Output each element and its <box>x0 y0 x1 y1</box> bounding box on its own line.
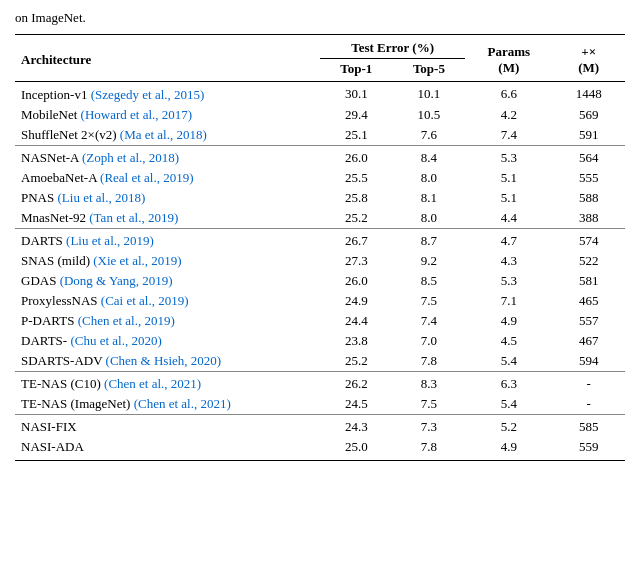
top5-cell: 8.0 <box>393 208 466 229</box>
params-cell: 4.9 <box>465 311 552 331</box>
table-row: GDAS (Dong & Yang, 2019)26.08.55.3581 <box>15 271 625 291</box>
top1-cell: 25.2 <box>320 351 393 372</box>
top5-cell: 7.8 <box>393 437 466 461</box>
table-row: P-DARTS (Chen et al., 2019)24.47.44.9557 <box>15 311 625 331</box>
mult-cell: 388 <box>552 208 625 229</box>
params-cell: 4.3 <box>465 251 552 271</box>
params-cell: 5.2 <box>465 415 552 438</box>
top5-cell: 10.1 <box>393 82 466 106</box>
table-row: SDARTS-ADV (Chen & Hsieh, 2020)25.27.85.… <box>15 351 625 372</box>
params-cell: 4.2 <box>465 105 552 125</box>
citation: (Chen et al., 2019) <box>78 313 175 328</box>
top1-cell: 26.0 <box>320 271 393 291</box>
mult-cell: 1448 <box>552 82 625 106</box>
citation: (Chen & Hsieh, 2020) <box>106 353 222 368</box>
mult-cell: - <box>552 394 625 415</box>
arch-cell: SDARTS-ADV (Chen & Hsieh, 2020) <box>15 351 320 372</box>
top5-cell: 7.5 <box>393 291 466 311</box>
params-cell: 5.1 <box>465 188 552 208</box>
arch-cell: NASI-FIX <box>15 415 320 438</box>
params-cell: 7.4 <box>465 125 552 146</box>
top5-cell: 7.5 <box>393 394 466 415</box>
arch-cell: P-DARTS (Chen et al., 2019) <box>15 311 320 331</box>
intro-text: on ImageNet. <box>15 10 625 26</box>
params-cell: 7.1 <box>465 291 552 311</box>
citation: (Chu et al., 2020) <box>70 333 161 348</box>
top5-cell: 10.5 <box>393 105 466 125</box>
test-error-header: Test Error (%) <box>320 35 465 59</box>
table-header-row-1: Architecture Test Error (%) Params(M) +×… <box>15 35 625 59</box>
top1-cell: 26.7 <box>320 229 393 252</box>
params-header: Params(M) <box>465 35 552 82</box>
arch-cell: DARTS (Liu et al., 2019) <box>15 229 320 252</box>
top1-cell: 23.8 <box>320 331 393 351</box>
table-row: NASI-ADA25.07.84.9559 <box>15 437 625 461</box>
params-cell: 4.4 <box>465 208 552 229</box>
top5-cell: 7.8 <box>393 351 466 372</box>
top5-cell: 8.7 <box>393 229 466 252</box>
top1-cell: 29.4 <box>320 105 393 125</box>
params-cell: 4.5 <box>465 331 552 351</box>
top5-cell: 8.5 <box>393 271 466 291</box>
table-row: NASNet-A (Zoph et al., 2018)26.08.45.356… <box>15 146 625 169</box>
mult-cell: 559 <box>552 437 625 461</box>
top5-cell: 7.4 <box>393 311 466 331</box>
table-row: ProxylessNAS (Cai et al., 2019)24.97.57.… <box>15 291 625 311</box>
arch-cell: AmoebaNet-A (Real et al., 2019) <box>15 168 320 188</box>
arch-cell: Inception-v1 (Szegedy et al., 2015) <box>15 82 320 106</box>
mult-cell: 574 <box>552 229 625 252</box>
table-row: Inception-v1 (Szegedy et al., 2015)30.11… <box>15 82 625 106</box>
table-row: MobileNet (Howard et al., 2017)29.410.54… <box>15 105 625 125</box>
arch-cell: NASNet-A (Zoph et al., 2018) <box>15 146 320 169</box>
table-row: PNAS (Liu et al., 2018)25.88.15.1588 <box>15 188 625 208</box>
arch-cell: TE-NAS (C10) (Chen et al., 2021) <box>15 372 320 395</box>
params-cell: 5.3 <box>465 271 552 291</box>
top1-cell: 24.3 <box>320 415 393 438</box>
mult-cell: 555 <box>552 168 625 188</box>
arch-cell: DARTS- (Chu et al., 2020) <box>15 331 320 351</box>
arch-cell: GDAS (Dong & Yang, 2019) <box>15 271 320 291</box>
arch-cell: ShuffleNet 2×(v2) (Ma et al., 2018) <box>15 125 320 146</box>
params-cell: 6.3 <box>465 372 552 395</box>
arch-cell: MobileNet (Howard et al., 2017) <box>15 105 320 125</box>
top1-cell: 27.3 <box>320 251 393 271</box>
table-row: TE-NAS (C10) (Chen et al., 2021)26.28.36… <box>15 372 625 395</box>
results-table: Architecture Test Error (%) Params(M) +×… <box>15 34 625 461</box>
table-body: Inception-v1 (Szegedy et al., 2015)30.11… <box>15 82 625 461</box>
params-cell: 5.4 <box>465 351 552 372</box>
arch-cell: PNAS (Liu et al., 2018) <box>15 188 320 208</box>
table-row: AmoebaNet-A (Real et al., 2019)25.58.05.… <box>15 168 625 188</box>
top1-cell: 24.4 <box>320 311 393 331</box>
top1-cell: 25.1 <box>320 125 393 146</box>
top1-cell: 25.0 <box>320 437 393 461</box>
citation: (Szegedy et al., 2015) <box>91 87 205 102</box>
top1-cell: 30.1 <box>320 82 393 106</box>
params-cell: 6.6 <box>465 82 552 106</box>
arch-cell: NASI-ADA <box>15 437 320 461</box>
mult-cell: 581 <box>552 271 625 291</box>
table-row: DARTS (Liu et al., 2019)26.78.74.7574 <box>15 229 625 252</box>
params-cell: 5.4 <box>465 394 552 415</box>
params-cell: 5.3 <box>465 146 552 169</box>
top1-cell: 25.8 <box>320 188 393 208</box>
table-row: NASI-FIX24.37.35.2585 <box>15 415 625 438</box>
citation: (Tan et al., 2019) <box>89 210 178 225</box>
mult-cell: 465 <box>552 291 625 311</box>
mult-cell: 594 <box>552 351 625 372</box>
top1-cell: 24.5 <box>320 394 393 415</box>
top5-cell: 7.3 <box>393 415 466 438</box>
mult-cell: 591 <box>552 125 625 146</box>
mult-header: +×(M) <box>552 35 625 82</box>
citation: (Dong & Yang, 2019) <box>60 273 173 288</box>
params-cell: 4.7 <box>465 229 552 252</box>
mult-cell: - <box>552 372 625 395</box>
citation: (Chen et al., 2021) <box>134 396 231 411</box>
top5-cell: 8.0 <box>393 168 466 188</box>
top1-cell: 25.2 <box>320 208 393 229</box>
top5-cell: 7.0 <box>393 331 466 351</box>
citation: (Real et al., 2019) <box>100 170 194 185</box>
top5-cell: 8.1 <box>393 188 466 208</box>
top1-cell: 25.5 <box>320 168 393 188</box>
arch-cell: TE-NAS (ImageNet) (Chen et al., 2021) <box>15 394 320 415</box>
mult-cell: 569 <box>552 105 625 125</box>
